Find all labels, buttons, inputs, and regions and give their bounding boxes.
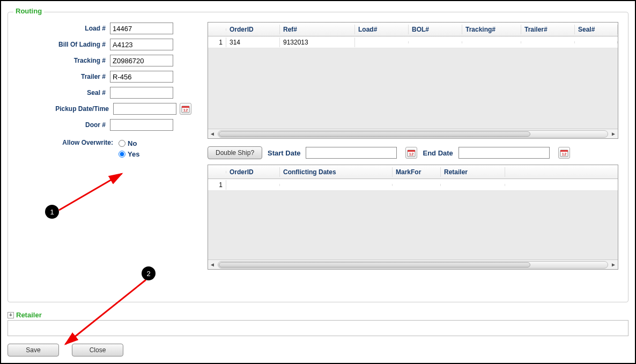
cell-orderid: 314 xyxy=(226,38,280,47)
pickup-label: Pickup Date/Time xyxy=(55,105,113,113)
orders-grid: OrderID Ref# Load# BOL# Tracking# Traile… xyxy=(208,22,618,139)
cell-tracking xyxy=(462,41,521,43)
retailer-legend: Retailer xyxy=(16,311,42,319)
start-date-input[interactable] xyxy=(306,147,397,159)
col2-markfor[interactable]: MarkFor xyxy=(393,167,441,177)
end-date-input[interactable] xyxy=(458,147,550,159)
save-button[interactable]: Save xyxy=(8,344,59,356)
pickup-input[interactable] xyxy=(113,103,176,115)
allow-overwrite-group: Allow Overwrite: No Yes xyxy=(18,138,191,159)
double-ship-button[interactable]: Double Ship? xyxy=(208,146,262,159)
col2-conflicting[interactable]: Conflicting Dates xyxy=(280,167,393,177)
cell2-retailer xyxy=(441,184,505,186)
trailer-input[interactable] xyxy=(110,71,173,83)
col-ref[interactable]: Ref# xyxy=(280,25,355,34)
overwrite-label: Allow Overwrite: xyxy=(18,138,119,146)
bol-input[interactable] xyxy=(110,39,173,50)
routing-legend: Routing xyxy=(13,7,44,15)
overwrite-yes-text: Yes xyxy=(128,150,139,158)
conflicts-grid-header: OrderID Conflicting Dates MarkFor Retail… xyxy=(208,165,618,179)
left-form-column: Load # Bill Of Lading # Tracking # Trail… xyxy=(18,22,191,159)
expand-icon[interactable]: + xyxy=(8,312,14,318)
col-bol[interactable]: BOL# xyxy=(409,25,462,34)
cell-load xyxy=(355,41,409,43)
col-trailer[interactable]: Trailer# xyxy=(521,25,575,34)
seal-input[interactable] xyxy=(110,87,173,99)
bol-label: Bill Of Lading # xyxy=(58,41,110,48)
retailer-section: + Retailer xyxy=(8,311,628,336)
col-tracking[interactable]: Tracking# xyxy=(462,25,521,34)
col-orderid[interactable]: OrderID xyxy=(226,25,280,34)
svg-text:12: 12 xyxy=(183,108,188,113)
row-num: 1 xyxy=(208,38,226,47)
cell-trailer xyxy=(521,41,575,43)
overwrite-no-option[interactable]: No xyxy=(119,138,139,148)
table-row[interactable]: 1 314 9132013 xyxy=(208,36,618,48)
cell-ref: 9132013 xyxy=(280,38,355,47)
door-label: Door # xyxy=(85,121,110,129)
cell2-markfor xyxy=(393,184,441,186)
tracking-label: Tracking # xyxy=(74,57,110,64)
table-row[interactable]: 1 xyxy=(208,179,618,191)
cell-seal xyxy=(575,41,618,43)
close-button[interactable]: Close xyxy=(72,344,123,356)
start-date-label: Start Date xyxy=(268,149,300,157)
col2-orderid[interactable]: OrderID xyxy=(226,167,280,177)
svg-text:12: 12 xyxy=(561,152,566,157)
end-date-label: End Date xyxy=(423,149,453,157)
row-num: 1 xyxy=(208,180,226,190)
trailer-label: Trailer # xyxy=(81,73,110,80)
h-scrollbar[interactable]: ◄ ► xyxy=(208,259,618,269)
overwrite-no-text: No xyxy=(128,139,137,147)
calendar-icon[interactable]: 12 xyxy=(558,147,570,159)
tracking-input[interactable] xyxy=(110,55,173,66)
cell2-orderid xyxy=(226,184,280,186)
svg-text:12: 12 xyxy=(409,152,414,157)
overwrite-yes-option[interactable]: Yes xyxy=(119,148,139,159)
calendar-icon[interactable]: 12 xyxy=(180,103,191,115)
orders-grid-header: OrderID Ref# Load# BOL# Tracking# Traile… xyxy=(208,23,618,36)
col-seal[interactable]: Seal# xyxy=(575,25,618,34)
right-grid-column: OrderID Ref# Load# BOL# Tracking# Traile… xyxy=(208,22,618,270)
routing-fieldset: Routing Load # Bill Of Lading # Tracking… xyxy=(8,12,628,302)
overwrite-yes-radio[interactable] xyxy=(119,151,125,158)
calendar-icon[interactable]: 12 xyxy=(405,147,417,159)
overwrite-no-radio[interactable] xyxy=(119,140,125,147)
h-scrollbar[interactable]: ◄ ► xyxy=(208,129,618,138)
cell-bol xyxy=(409,41,462,43)
col-load[interactable]: Load# xyxy=(355,25,409,34)
seal-label: Seal # xyxy=(87,89,110,96)
col2-retailer[interactable]: Retailer xyxy=(441,167,505,177)
retailer-box xyxy=(8,320,628,336)
conflicts-grid: OrderID Conflicting Dates MarkFor Retail… xyxy=(208,165,618,270)
door-input[interactable] xyxy=(110,119,173,131)
load-label: Load # xyxy=(85,25,110,32)
cell2-conflicting xyxy=(280,184,393,186)
load-input[interactable] xyxy=(110,23,173,34)
